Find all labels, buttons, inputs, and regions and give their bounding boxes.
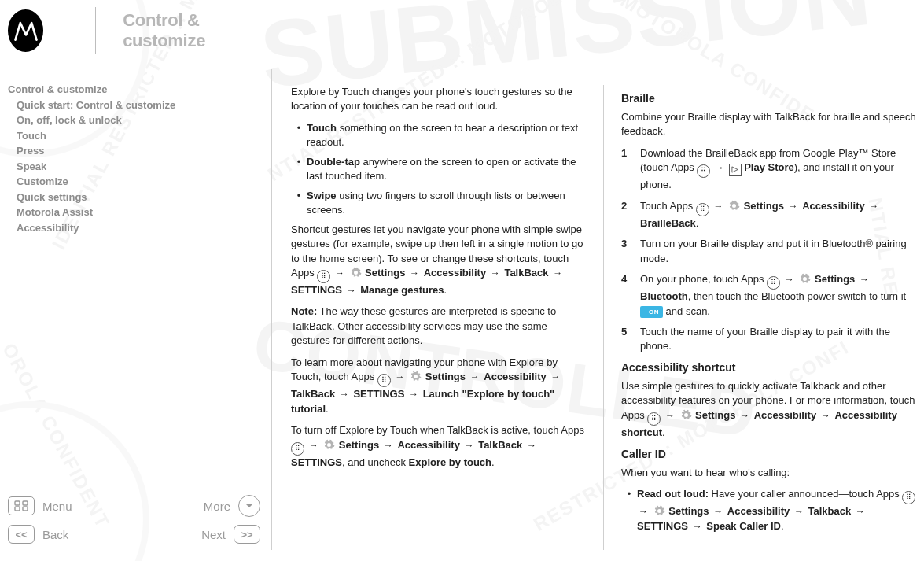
content-column-left: Explore by Touch changes your phone's to… <box>291 85 586 550</box>
nav-item[interactable]: Motorola Assist <box>17 205 260 220</box>
apps-icon: ⠿ <box>902 491 915 504</box>
step-item: On your phone, touch Apps ⠿ → Settings →… <box>640 272 916 319</box>
shortcut-paragraph: Use simple gestures to quickly activate … <box>621 379 916 440</box>
list-item: Read out loud: Have your caller announce… <box>637 487 916 533</box>
apps-icon: ⠿ <box>317 270 330 283</box>
nav-item[interactable]: Quick start: Control & customize <box>17 98 260 113</box>
list-item: Touch something on the screen to hear a … <box>307 121 586 150</box>
gear-icon <box>679 408 693 422</box>
page-title: Control & customize <box>123 10 260 51</box>
more-icon[interactable] <box>238 495 260 517</box>
nav-root[interactable]: Control & customize <box>8 82 260 98</box>
content-column-right: Braille Combine your Braille display wit… <box>621 85 916 550</box>
gear-icon <box>798 272 812 286</box>
caller-intro: When you want to hear who's calling: <box>621 466 916 480</box>
nav-item[interactable]: Touch <box>17 128 260 144</box>
bottom-nav: Menu More << Back Next >> <box>8 492 260 553</box>
header-divider <box>95 7 96 54</box>
gear-icon <box>409 370 422 383</box>
apps-icon: ⠿ <box>697 164 710 178</box>
list-item: Double-tap anywhere on the screen to ope… <box>307 155 586 184</box>
nav-item[interactable]: Press <box>17 143 260 159</box>
gear-icon <box>349 266 363 279</box>
gear-icon <box>322 438 336 452</box>
apps-icon: ⠿ <box>377 374 391 387</box>
step-item: Touch the name of your Braille display t… <box>640 325 916 354</box>
nav-item[interactable]: Accessibility <box>17 220 260 236</box>
svg-rect-2 <box>15 507 20 511</box>
step-item: Touch Apps ⠿ → Settings → Accessibility … <box>640 199 916 231</box>
menu-label[interactable]: Menu <box>42 500 72 513</box>
heading-braille: Braille <box>621 91 916 107</box>
play-store-icon <box>729 164 742 176</box>
gear-icon <box>653 504 666 518</box>
nav-item[interactable]: On, off, lock & unlock <box>17 113 260 128</box>
note-paragraph: Note: The way these gestures are interpr… <box>291 304 586 348</box>
apps-icon: ⠿ <box>696 203 709 216</box>
step-item: Download the BrailleBack app from Google… <box>640 146 916 193</box>
next-icon[interactable]: >> <box>234 525 260 544</box>
back-icon[interactable]: << <box>8 525 35 544</box>
gear-icon <box>727 199 741 212</box>
apps-icon: ⠿ <box>291 442 304 456</box>
step-item: Turn on your Braille display and put it … <box>640 237 916 266</box>
back-label[interactable]: Back <box>42 528 68 541</box>
motorola-logo <box>8 9 43 52</box>
more-label[interactable]: More <box>204 500 230 513</box>
menu-icon[interactable] <box>8 496 35 515</box>
apps-icon: ⠿ <box>767 276 780 290</box>
list-item: Swipe using two fingers to scroll throug… <box>307 189 586 218</box>
toc-nav: Control & customize Quick start: Control… <box>8 82 260 235</box>
nav-item[interactable]: Speak <box>17 159 260 175</box>
on-switch-badge: ON <box>640 306 663 318</box>
svg-rect-3 <box>23 507 28 511</box>
turn-off-paragraph: To turn off Explore by Touch when TalkBa… <box>291 423 586 470</box>
content-divider <box>603 85 604 550</box>
next-label[interactable]: Next <box>201 528 226 541</box>
nav-item[interactable]: Quick settings <box>17 190 260 205</box>
apps-icon: ⠿ <box>647 412 661 426</box>
heading-caller-id: Caller ID <box>621 447 916 463</box>
svg-rect-1 <box>23 501 28 505</box>
intro-text: Explore by Touch changes your phone's to… <box>291 85 586 114</box>
learn-more-paragraph: To learn more about navigating your phon… <box>291 356 586 416</box>
braille-intro: Combine your Braille display with TalkBa… <box>621 110 916 139</box>
nav-item[interactable]: Customize <box>17 174 260 190</box>
heading-shortcut: Accessibility shortcut <box>621 360 916 376</box>
shortcut-paragraph: Shortcut gestures let you navigate your … <box>291 223 586 298</box>
svg-rect-0 <box>15 501 20 505</box>
